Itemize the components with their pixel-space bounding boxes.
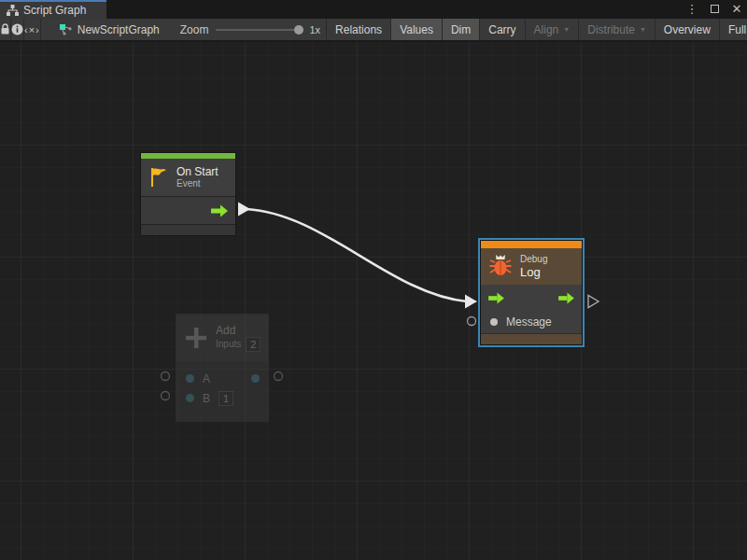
debug-accent-bar [481,241,582,248]
debug-flow-row [481,285,582,311]
distribute-label: Distribute [587,23,635,36]
tab-title: Script Graph [23,4,86,17]
on-start-title: On Start [176,165,218,178]
debug-category: Debug [520,254,547,265]
graph-toolbar: ‹×› NewScriptGraph Zoom 1x Relations [0,19,747,41]
carry-button[interactable]: Carry [480,19,524,40]
graph-canvas[interactable]: On Start Event [0,42,747,560]
bug-icon [488,254,513,279]
values-button[interactable]: Values [391,19,442,40]
message-port-label: Message [506,315,552,329]
zoom-slider-handle[interactable] [294,25,303,35]
window-controls: ⋮ ✕ [685,0,743,19]
lock-icon [0,23,10,35]
port-b-label: B [203,392,210,405]
connection-end-arrow [465,295,477,309]
value-output-port[interactable] [251,374,260,383]
overview-button[interactable]: Overview [655,19,719,40]
value-input-port-b[interactable] [186,394,194,402]
flag-icon [148,166,169,189]
debug-header: Debug Log [481,248,582,285]
debug-footer [481,333,582,344]
on-start-header: On Start Event [141,159,235,196]
align-label: Align [534,23,559,36]
align-dropdown[interactable]: Align ▼ [526,19,579,40]
add-subtitle: Inputs [216,339,241,350]
connection-start-arrow [238,203,250,217]
flow-connection-wire [247,209,467,301]
code-view-button[interactable]: ‹×› [24,19,40,40]
info-icon [11,23,23,35]
zoom-value: 1x [309,24,320,35]
graph-name-label: NewScriptGraph [78,23,160,36]
debug-output-port-marker [588,296,599,308]
on-start-subtitle: Event [176,178,218,189]
graph-asset-button[interactable]: NewScriptGraph [59,19,160,40]
relations-button[interactable]: Relations [327,19,390,40]
chevron-down-icon: ▼ [640,26,646,33]
value-input-port-a[interactable] [186,374,194,383]
add-body: A B 1 [176,361,268,421]
on-start-body [141,196,235,224]
flow-input-port[interactable] [488,292,504,304]
port-a-label: A [203,372,210,385]
zoom-slider[interactable] [216,29,302,31]
info-button[interactable] [11,19,23,40]
close-icon[interactable]: ✕ [730,0,743,19]
distribute-dropdown[interactable]: Distribute ▼ [579,19,655,40]
tab-script-graph[interactable]: Script Graph [0,0,106,19]
lock-button[interactable] [0,19,10,40]
menu-icon[interactable]: ⋮ [685,0,698,19]
flow-output-port[interactable] [211,204,228,217]
add-header: Add Inputs 2 [176,315,268,361]
node-on-start[interactable]: On Start Event [140,152,236,236]
graph-asset-icon [59,23,72,35]
node-add-ghost[interactable]: Add Inputs 2 A B 1 [176,314,269,422]
script-graph-window: Script Graph ⋮ ✕ ‹×› [0,0,747,560]
chevron-down-icon: ▼ [563,26,570,33]
message-input-port[interactable] [490,318,498,326]
on-start-footer [141,224,235,235]
flow-output-port[interactable] [558,292,574,304]
plus-icon [184,326,208,350]
zoom-control: Zoom 1x [180,19,326,40]
graph-tab-icon [7,5,19,16]
fullscreen-button[interactable]: Full S [720,19,747,40]
add-port-row-b: B 1 [176,388,268,408]
debug-title: Log [520,265,547,279]
port-b-value-field[interactable]: 1 [218,391,233,406]
add-title: Add [216,324,261,337]
dim-button[interactable]: Dim [443,19,479,40]
debug-message-port-marker [468,317,476,326]
title-bar: Script Graph ⋮ ✕ [0,0,747,19]
node-debug-log[interactable]: Debug Log [480,240,583,345]
debug-message-row: Message [481,311,582,333]
zoom-label: Zoom [180,23,209,36]
add-inputs-count-field[interactable]: 2 [246,337,261,352]
add-port-row-a: A [176,369,268,388]
connection-layer [0,42,747,560]
maximize-icon[interactable] [708,0,721,19]
